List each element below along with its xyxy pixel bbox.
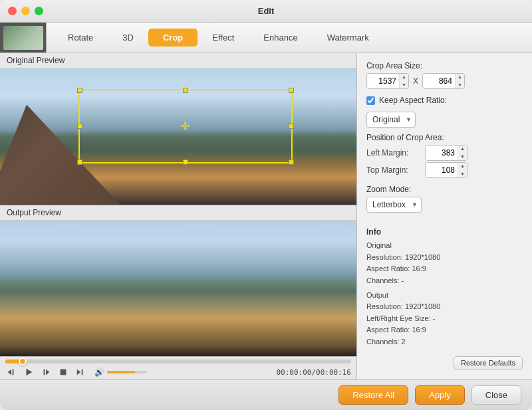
- aspect-select[interactable]: Original: [366, 112, 416, 128]
- tab-3d[interactable]: 3D: [108, 29, 148, 47]
- window-title: Edit: [258, 6, 275, 16]
- svg-marker-6: [77, 369, 80, 375]
- output-scene: [0, 221, 356, 357]
- width-spinner: ▲ ▼: [399, 73, 408, 89]
- top-margin-up-btn[interactable]: ▲: [458, 162, 467, 170]
- top-margin-down-btn[interactable]: ▼: [458, 170, 467, 178]
- keep-aspect-label: Keep Aspect Ratio:: [379, 96, 447, 105]
- tab-crop[interactable]: Crop: [148, 29, 198, 47]
- tab-watermark[interactable]: Watermark: [313, 29, 384, 47]
- height-spinner: ▲ ▼: [455, 73, 464, 89]
- height-down-btn[interactable]: ▼: [456, 81, 464, 89]
- info-original-resolution: Resolution: 1920*1080: [366, 252, 523, 264]
- top-margin-label: Top Margin:: [366, 165, 420, 175]
- info-output-header: Output: [366, 290, 523, 302]
- volume-track[interactable]: [107, 371, 147, 373]
- position-section: Position of Crop Area: Left Margin: ▲ ▼ …: [366, 133, 523, 179]
- keep-aspect-checkbox[interactable]: [366, 96, 375, 105]
- tab-rotate[interactable]: Rotate: [53, 29, 108, 47]
- svg-rect-7: [82, 369, 83, 375]
- restore-all-button[interactable]: Restore All: [338, 385, 408, 405]
- info-output-aspect: Aspect Ratio: 16:9: [366, 324, 523, 336]
- crop-area-label: Crop Area Size:: [366, 61, 523, 70]
- left-margin-input-wrap: ▲ ▼: [425, 145, 467, 161]
- x-separator: X: [413, 76, 418, 86]
- left-margin-spinner: ▲ ▼: [458, 145, 467, 161]
- toolbar: Rotate 3D Crop Effect Enhance Watermark: [0, 23, 532, 53]
- crop-area-section: Crop Area Size: ▲ ▼ X ▲ ▼: [366, 61, 523, 89]
- svg-marker-3: [46, 369, 49, 375]
- left-margin-input[interactable]: [426, 147, 458, 159]
- crop-size-row: ▲ ▼ X ▲ ▼: [366, 73, 523, 89]
- tab-effect[interactable]: Effect: [198, 29, 249, 47]
- svg-rect-5: [61, 369, 66, 375]
- time-display: 00:00:00/00:00:16: [276, 368, 351, 377]
- width-input[interactable]: [367, 75, 399, 87]
- aspect-select-wrap: Original ▼: [366, 112, 523, 128]
- restore-defaults-area: Restore Defaults: [366, 356, 523, 369]
- original-preview-label: Original Preview: [0, 53, 356, 68]
- zoom-section: Zoom Mode: Letterbox ▼: [366, 185, 523, 213]
- top-margin-input-wrap: ▲ ▼: [425, 162, 467, 178]
- position-label: Position of Crop Area:: [366, 133, 523, 142]
- top-margin-row: Top Margin: ▲ ▼: [366, 162, 523, 178]
- stop-button[interactable]: [57, 367, 69, 377]
- main-content: Original Preview ✛: [0, 53, 532, 379]
- height-input-wrap: ▲ ▼: [422, 73, 465, 89]
- svg-rect-1: [13, 369, 14, 375]
- left-margin-row: Left Margin: ▲ ▼: [366, 145, 523, 161]
- top-margin-input[interactable]: [426, 164, 458, 176]
- close-button[interactable]: [8, 7, 17, 15]
- play-button[interactable]: [23, 367, 35, 377]
- width-down-btn[interactable]: ▼: [400, 81, 408, 89]
- player-bar: 🔊 00:00:00/00:00:16: [0, 356, 356, 379]
- original-preview-canvas: ✛: [0, 68, 356, 205]
- close-dialog-button[interactable]: Close: [471, 385, 521, 405]
- aspect-select-container: Original ▼: [366, 112, 416, 128]
- player-controls: 🔊 00:00:00/00:00:16: [5, 367, 351, 377]
- toolbar-tabs: Rotate 3D Crop Effect Enhance Watermark: [47, 23, 532, 52]
- top-margin-spinner: ▲ ▼: [458, 162, 467, 178]
- width-input-wrap: ▲ ▼: [366, 73, 409, 89]
- volume-fill: [107, 371, 135, 373]
- info-original-channels: Channels: -: [366, 275, 523, 287]
- left-margin-up-btn[interactable]: ▲: [458, 145, 467, 153]
- info-title: Info: [366, 226, 523, 239]
- restore-defaults-button[interactable]: Restore Defaults: [454, 356, 523, 369]
- bottom-bar: Restore All Apply Close: [0, 379, 532, 410]
- minimize-button[interactable]: [21, 7, 30, 15]
- info-original-header: Original: [366, 240, 523, 252]
- maximize-button[interactable]: [35, 7, 43, 15]
- step-forward-button[interactable]: [40, 367, 52, 377]
- zoom-select-container: Letterbox ▼: [366, 197, 422, 213]
- height-up-btn[interactable]: ▲: [456, 73, 464, 81]
- svg-marker-0: [8, 369, 11, 375]
- left-margin-label: Left Margin:: [366, 148, 420, 157]
- right-panel: Crop Area Size: ▲ ▼ X ▲ ▼: [357, 53, 532, 379]
- skip-back-button[interactable]: [5, 367, 17, 377]
- left-margin-down-btn[interactable]: ▼: [458, 153, 467, 161]
- height-input[interactable]: [423, 75, 455, 87]
- progress-track[interactable]: [5, 359, 351, 363]
- apply-button[interactable]: Apply: [415, 385, 465, 405]
- svg-marker-2: [27, 369, 33, 376]
- volume-icon: 🔊: [94, 367, 104, 377]
- output-preview-label: Output Preview: [0, 205, 356, 221]
- titlebar: Edit: [0, 0, 532, 23]
- thumbnail-image: [3, 26, 43, 50]
- original-preview-section: Original Preview ✛: [0, 53, 356, 205]
- zoom-label: Zoom Mode:: [366, 185, 523, 194]
- skip-end-button[interactable]: [74, 367, 86, 377]
- info-section: Info Original Resolution: 1920*1080 Aspe…: [366, 226, 523, 348]
- output-preview-section: Output Preview: [0, 205, 356, 357]
- zoom-select[interactable]: Letterbox: [366, 197, 422, 213]
- keep-aspect-row: Keep Aspect Ratio:: [366, 96, 523, 105]
- tab-enhance[interactable]: Enhance: [249, 29, 312, 47]
- width-up-btn[interactable]: ▲: [400, 73, 408, 81]
- progress-thumb[interactable]: [19, 358, 27, 365]
- info-original-aspect: Aspect Ratio: 16:9: [366, 263, 523, 275]
- preview-panel: Original Preview ✛: [0, 53, 357, 379]
- info-output-resolution: Resolution: 1920*1080: [366, 301, 523, 313]
- info-output-eye-size: Left/Right Eye Size: -: [366, 313, 523, 325]
- output-preview-canvas: [0, 221, 356, 357]
